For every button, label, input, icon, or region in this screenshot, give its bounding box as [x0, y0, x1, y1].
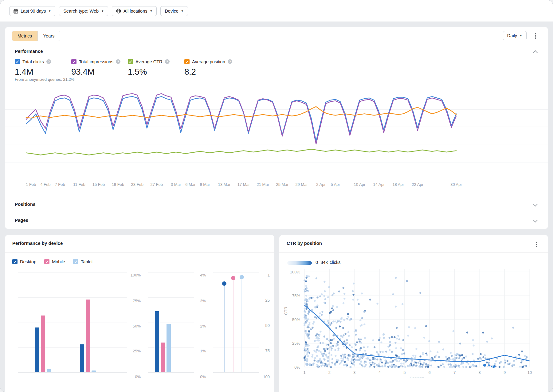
svg-text:3: 3	[353, 370, 355, 375]
granularity-button[interactable]: Daily ▼	[503, 31, 527, 40]
search-type-label: Search type: Web	[63, 9, 99, 14]
view-tabs: Metrics Years	[12, 31, 60, 41]
performance-by-device-card: Performance by device Desktop Mobile Tab…	[5, 235, 274, 392]
chevron-down-icon: ▼	[101, 10, 104, 13]
positions-section-title: Positions	[15, 202, 36, 207]
x-tick-label: 30 Apr	[450, 182, 462, 187]
x-tick-label: 21 Mar	[257, 182, 269, 187]
y-axis-ticks: 4%3%2%1%0%	[195, 272, 206, 372]
chevron-down-icon: ▼	[520, 34, 522, 37]
lollipop-stem	[241, 277, 242, 372]
help-icon[interactable]: ?	[228, 59, 232, 64]
location-button[interactable]: All locations ▼	[112, 6, 157, 16]
legend-label: Desktop	[20, 259, 36, 264]
x-tick-label: 4 Feb	[40, 182, 50, 187]
svg-text:9: 9	[504, 370, 506, 375]
svg-text:25%: 25%	[292, 341, 300, 346]
lollipop-stem	[224, 284, 225, 372]
metric-average-position: Average position ? 8.2	[184, 59, 241, 77]
svg-text:Avg.: Avg.	[487, 363, 496, 368]
metric-checkbox[interactable]	[184, 59, 190, 64]
tab-metrics[interactable]: Metrics	[12, 31, 37, 41]
x-tick-label: 5 Apr	[331, 182, 340, 187]
legend-mobile[interactable]: Mobile	[44, 259, 65, 264]
x-tick-label: 7 Feb	[55, 182, 65, 187]
device-button[interactable]: Device ▼	[160, 6, 188, 16]
mobile-checkbox[interactable]	[44, 259, 49, 264]
x-tick-label: 3 Mar	[171, 182, 181, 187]
help-icon[interactable]: ?	[116, 59, 120, 64]
svg-text:2: 2	[328, 370, 331, 375]
svg-text:5: 5	[403, 370, 406, 375]
metric-checkbox[interactable]	[15, 59, 20, 64]
svg-text:100%: 100%	[290, 270, 300, 274]
performance-timeseries-chart	[5, 92, 548, 164]
lollipop-dot-mobile	[231, 276, 235, 280]
metric-value: 1.5%	[128, 67, 184, 77]
date-range-label: Last 90 days	[21, 9, 46, 14]
x-tick-label: 18 Apr	[392, 182, 404, 187]
ctr-by-position-card: CTR by position 0–34K clicks CTR 100%75%…	[279, 235, 548, 392]
desktop-checkbox[interactable]	[12, 259, 18, 264]
bar-mobile	[86, 300, 90, 372]
svg-text:4: 4	[378, 370, 381, 375]
granularity-label: Daily	[507, 33, 517, 38]
chevron-down-icon: ▼	[48, 10, 51, 13]
device-chart-plot	[148, 272, 194, 372]
help-icon[interactable]: ?	[46, 59, 51, 64]
legend-tablet[interactable]: Tablet	[73, 259, 93, 264]
metric-total-clicks: Total clicks ? 1.4M	[15, 59, 71, 77]
date-range-button[interactable]: Last 90 days ▼	[9, 6, 55, 16]
y-axis-ticks: 100%75%50%25%0%	[128, 272, 141, 372]
filter-bar: Last 90 days ▼ Search type: Web ▼ All lo…	[0, 0, 553, 22]
device-charts: ClicksImpressions100%75%50%25%0%Avg. CTR…	[5, 272, 274, 372]
ctr-scatter-chart: 100%75%50%25%0%12345678910Avg.	[279, 235, 548, 392]
timeseries-svg	[5, 92, 548, 164]
expand-chevron-icon	[533, 218, 538, 223]
x-tick-label: 13 Mar	[218, 182, 230, 187]
x-tick-label: 6 Mar	[185, 182, 195, 187]
tablet-checkbox[interactable]	[73, 259, 78, 264]
bar-tablet	[167, 324, 171, 372]
dashboard: Last 90 days ▼ Search type: Web ▼ All lo…	[0, 0, 553, 392]
metric-label: Average position	[192, 59, 225, 64]
x-tick-label: 27 Feb	[150, 182, 163, 187]
legend-label: Tablet	[81, 259, 93, 264]
positions-section-row[interactable]: Positions	[5, 196, 548, 212]
x-tick-label: 10 Apr	[354, 182, 366, 187]
svg-text:6: 6	[429, 370, 431, 375]
anonymized-queries-note: From anonymized queries: 21.2%	[15, 77, 74, 82]
svg-text:7: 7	[453, 370, 456, 375]
device-label: Device	[165, 9, 178, 14]
lollipop-stem	[233, 278, 233, 372]
bar-desktop	[155, 311, 159, 372]
search-type-button[interactable]: Search type: Web ▼	[59, 6, 108, 16]
tab-years[interactable]: Years	[37, 31, 60, 41]
svg-text:8: 8	[478, 370, 480, 375]
collapse-chevron-icon[interactable]	[533, 50, 538, 55]
timeseries-x-axis: 1 Feb4 Feb7 Feb11 Feb15 Feb19 Feb23 Feb2…	[5, 182, 548, 188]
metric-checkbox[interactable]	[71, 59, 76, 64]
svg-text:50%: 50%	[292, 317, 300, 322]
x-tick-label: 1 Feb	[26, 182, 36, 187]
help-icon[interactable]: ?	[165, 59, 170, 64]
device-chart-plot	[213, 272, 259, 372]
metric-checkbox[interactable]	[128, 59, 133, 64]
svg-text:10: 10	[528, 370, 532, 375]
calendar-icon	[14, 9, 18, 14]
x-tick-label: 11 Feb	[73, 182, 85, 187]
legend-desktop[interactable]: Desktop	[12, 259, 36, 264]
device-chart-plot	[18, 272, 127, 372]
more-options-icon[interactable]	[533, 33, 538, 39]
globe-icon	[116, 9, 121, 14]
metric-total-impressions: Total impressions ? 93.4M	[71, 59, 128, 77]
pages-section-row[interactable]: Pages	[5, 212, 548, 228]
filters: Last 90 days ▼ Search type: Web ▼ All lo…	[9, 6, 188, 16]
metric-average-ctr: Average CTR ? 1.5%	[128, 59, 184, 77]
performance-card: Metrics Years Daily ▼ Performance Total …	[5, 27, 548, 229]
x-tick-label: 19 Feb	[112, 182, 124, 187]
metric-label: Total impressions	[79, 59, 113, 64]
performance-section-title: Performance	[15, 49, 43, 54]
metric-value: 8.2	[184, 67, 241, 77]
x-tick-label: 9 Mar	[200, 182, 210, 187]
